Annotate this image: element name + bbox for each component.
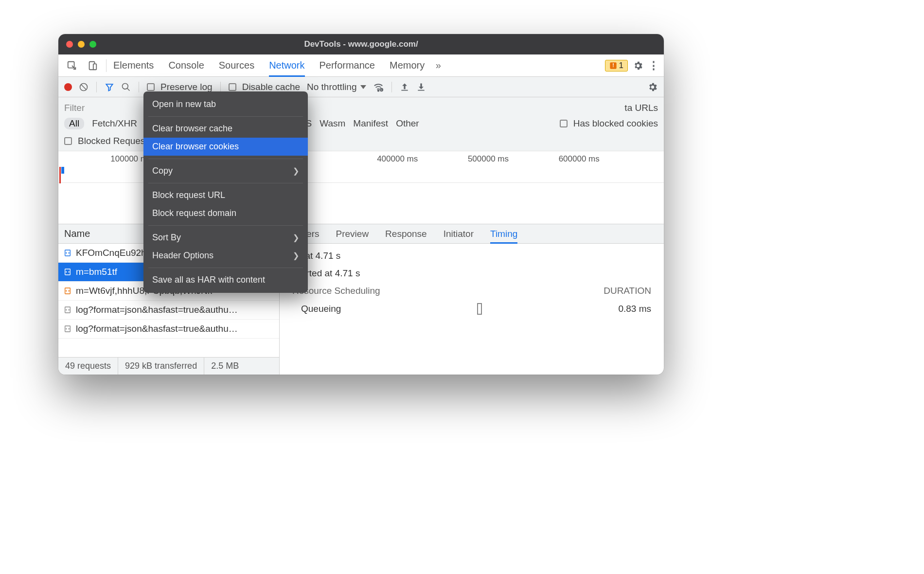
checkbox-icon bbox=[229, 83, 236, 91]
queueing-value: 0.83 ms bbox=[618, 304, 651, 314]
main-tabs-bar: ElementsConsoleSourcesNetworkPerformance… bbox=[58, 54, 664, 77]
queued-at-label: ed at 4.71 s bbox=[292, 251, 651, 261]
filter-input[interactable]: Filter bbox=[64, 103, 123, 113]
file-icon bbox=[63, 249, 72, 257]
has-blocked-cookies-checkbox[interactable]: Has blocked cookies bbox=[560, 118, 658, 129]
record-button[interactable] bbox=[64, 83, 72, 91]
tabs-right: ! 1 ⋮ bbox=[605, 59, 659, 72]
waterfall-tick: 400000 ms bbox=[377, 154, 418, 164]
tab-performance[interactable]: Performance bbox=[320, 54, 375, 76]
menu-item-save-all-as-har-with-content[interactable]: Save all as HAR with content bbox=[143, 271, 308, 289]
duration-header: DURATION bbox=[604, 286, 651, 296]
menu-item-label: Sort By bbox=[152, 233, 181, 243]
menu-item-open-in-new-tab[interactable]: Open in new tab bbox=[143, 95, 308, 113]
network-settings-icon[interactable] bbox=[647, 82, 658, 92]
svg-rect-2 bbox=[93, 64, 96, 70]
search-icon[interactable] bbox=[121, 82, 131, 92]
detail-tab-initiator[interactable]: Initiator bbox=[444, 224, 474, 243]
warning-icon: ! bbox=[609, 62, 617, 70]
file-icon bbox=[63, 268, 72, 276]
filter-type-all[interactable]: All bbox=[64, 118, 84, 129]
issues-badge[interactable]: ! 1 bbox=[605, 60, 628, 72]
inspect-element-icon[interactable] bbox=[65, 59, 79, 72]
queueing-label: Queueing bbox=[301, 304, 341, 314]
menu-item-clear-browser-cookies[interactable]: Clear browser cookies bbox=[143, 138, 308, 156]
separator bbox=[391, 82, 392, 92]
menu-separator bbox=[148, 225, 303, 226]
tab-memory[interactable]: Memory bbox=[390, 54, 425, 76]
queueing-bar bbox=[477, 303, 482, 315]
menu-item-label: Copy bbox=[152, 166, 173, 176]
file-icon bbox=[63, 305, 72, 314]
detail-tab-response[interactable]: Response bbox=[385, 224, 427, 243]
detail-tab-preview[interactable]: Preview bbox=[336, 224, 369, 243]
network-conditions-icon[interactable] bbox=[373, 82, 384, 92]
menu-separator bbox=[148, 116, 303, 117]
menu-item-label: Block request domain bbox=[152, 208, 236, 218]
device-toggle-icon[interactable] bbox=[86, 59, 99, 72]
tab-console[interactable]: Console bbox=[168, 54, 204, 76]
file-icon bbox=[63, 324, 72, 333]
request-name: log?format=json&hasfast=true&authu… bbox=[76, 323, 238, 334]
tab-network[interactable]: Network bbox=[269, 54, 304, 76]
hide-data-urls-partial[interactable]: ta URLs bbox=[624, 103, 658, 113]
menu-item-sort-by[interactable]: Sort By❯ bbox=[143, 229, 308, 247]
filter-type-other[interactable]: Other bbox=[396, 118, 419, 129]
chevron-right-icon: ❯ bbox=[293, 166, 299, 176]
checkbox-icon bbox=[147, 83, 155, 91]
close-window-button[interactable] bbox=[66, 41, 73, 48]
svg-point-6 bbox=[123, 83, 128, 89]
throttling-dropdown[interactable]: No throttling bbox=[307, 82, 366, 92]
detail-tabs: adersPreviewResponseInitiatorTiming bbox=[280, 224, 664, 244]
preserve-log-checkbox[interactable]: Preserve log bbox=[147, 82, 213, 92]
menu-item-label: Clear browser cookies bbox=[152, 142, 239, 152]
menu-item-header-options[interactable]: Header Options❯ bbox=[143, 247, 308, 265]
menu-separator bbox=[148, 159, 303, 159]
preserve-log-label: Preserve log bbox=[160, 82, 213, 92]
filter-toggle-icon[interactable] bbox=[105, 82, 114, 92]
settings-icon[interactable] bbox=[633, 60, 643, 71]
dropdown-arrow-icon bbox=[360, 85, 366, 89]
throttling-label: No throttling bbox=[307, 82, 356, 92]
footer-transferred: 929 kB transferred bbox=[118, 358, 204, 375]
menu-separator bbox=[148, 268, 303, 268]
request-name: KFOmCnqEu92h bbox=[76, 248, 146, 258]
filter-type-manifest[interactable]: Manifest bbox=[353, 118, 388, 129]
more-tabs-icon[interactable]: » bbox=[431, 59, 445, 72]
menu-item-block-request-domain[interactable]: Block request domain bbox=[143, 204, 308, 222]
blocked-requests-checkbox[interactable]: Blocked Reques bbox=[64, 136, 145, 146]
blocked-requests-label: Blocked Reques bbox=[78, 136, 145, 146]
tab-sources[interactable]: Sources bbox=[219, 54, 254, 76]
kebab-menu-icon[interactable]: ⋮ bbox=[648, 59, 659, 72]
chevron-right-icon: ❯ bbox=[293, 251, 299, 260]
context-menu: Open in new tabClear browser cacheClear … bbox=[143, 91, 308, 293]
filter-type-fetchxhr[interactable]: Fetch/XHR bbox=[92, 118, 137, 129]
queueing-row: Queueing 0.83 ms bbox=[292, 303, 651, 315]
request-row[interactable]: log?format=json&hasfast=true&authu… bbox=[58, 320, 279, 339]
menu-item-block-request-url[interactable]: Block request URL bbox=[143, 186, 308, 204]
menu-item-copy[interactable]: Copy❯ bbox=[143, 162, 308, 180]
detail-tab-timing[interactable]: Timing bbox=[490, 224, 517, 243]
menu-item-label: Open in new tab bbox=[152, 99, 216, 109]
clear-icon[interactable] bbox=[79, 82, 89, 92]
disable-cache-checkbox[interactable]: Disable cache bbox=[229, 82, 300, 92]
minimize-window-button[interactable] bbox=[78, 41, 85, 48]
filter-type-wasm[interactable]: Wasm bbox=[320, 118, 345, 129]
download-har-icon[interactable] bbox=[416, 82, 426, 92]
selection-marker bbox=[61, 167, 64, 174]
window-title: DevTools - www.google.com/ bbox=[58, 39, 664, 49]
menu-item-clear-browser-cache[interactable]: Clear browser cache bbox=[143, 120, 308, 138]
maximize-window-button[interactable] bbox=[89, 41, 96, 48]
issues-count: 1 bbox=[619, 61, 623, 71]
menu-item-label: Clear browser cache bbox=[152, 124, 232, 134]
separator bbox=[220, 82, 221, 92]
traffic-lights bbox=[66, 41, 96, 48]
started-at-label: Started at 4.71 s bbox=[292, 268, 651, 279]
checkbox-icon bbox=[64, 137, 72, 145]
request-row[interactable]: log?format=json&hasfast=true&authu… bbox=[58, 301, 279, 320]
menu-item-label: Save all as HAR with content bbox=[152, 275, 265, 285]
tab-elements[interactable]: Elements bbox=[113, 54, 154, 76]
svg-point-7 bbox=[378, 90, 379, 91]
upload-har-icon[interactable] bbox=[400, 82, 409, 92]
svg-text:!: ! bbox=[612, 62, 614, 68]
